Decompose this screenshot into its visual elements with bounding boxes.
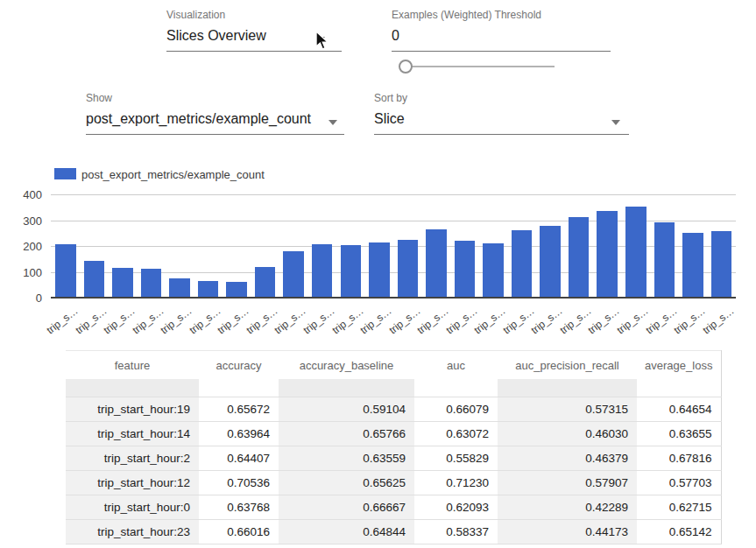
table-cell: 0.59104 [279,397,414,422]
threshold-input[interactable]: 0 [392,28,399,43]
table-cell: 0.65672 [199,397,279,422]
slider-handle[interactable] [399,60,413,74]
visualization-label: Visualization [166,9,342,21]
filter-cell [637,379,721,397]
bar[interactable] [84,261,105,298]
bar[interactable] [55,244,76,298]
filter-cell [66,379,199,397]
bar[interactable] [341,245,362,298]
table-cell: trip_start_hour:12 [66,471,199,495]
bar[interactable] [312,244,333,298]
table-row: trip_start_hour:00.637680.666670.620930.… [66,495,721,520]
show-label: Show [86,92,344,104]
table-cell: 0.44173 [498,520,637,544]
bar[interactable] [540,226,561,298]
bar[interactable] [369,242,390,298]
table-cell: 0.67816 [637,446,721,471]
table-row: trip_start_hour:140.639640.657660.630720… [66,422,721,446]
bar[interactable] [255,267,276,298]
table-cell: 0.65625 [279,471,414,495]
legend-label: post_export_metrics/example_count [81,168,265,181]
y-tick-label: 0 [9,292,42,305]
bar[interactable] [512,230,533,298]
mouse-cursor-icon [314,31,329,50]
table-cell: 0.66016 [199,520,279,544]
table-cell: trip_start_hour:19 [66,397,199,422]
filter-cell [414,379,498,397]
show-value: post_export_metrics/example_count [86,111,311,126]
bar[interactable] [198,281,219,298]
show-dropdown[interactable]: Show post_export_metrics/example_count [86,92,344,135]
table-row: trip_start_hour:120.705360.656250.712300… [66,471,721,495]
x-axis-line [51,297,736,299]
column-header[interactable]: feature [66,351,199,380]
table-cell: 0.42289 [498,495,637,520]
bar[interactable] [682,233,703,298]
table-header-row: featureaccuracyaccuracy_baselineaucauc_p… [66,351,721,380]
metrics-table: featureaccuracyaccuracy_baselineaucauc_p… [66,350,722,544]
filter-cell [498,379,637,397]
table-row: trip_start_hour:230.660160.648440.583370… [66,520,721,544]
bar[interactable] [141,269,162,298]
table-cell: 0.63072 [414,422,498,446]
bar[interactable] [625,207,646,298]
table-cell: 0.63655 [637,422,721,446]
sort-by-dropdown[interactable]: Sort by Slice [374,92,629,135]
y-tick-label: 400 [9,188,42,201]
sort-by-label: Sort by [374,92,629,104]
bar[interactable] [455,241,476,298]
threshold-field[interactable]: Examples (Weighted) Threshold 0 [392,9,611,52]
table-cell: 0.62093 [414,495,498,520]
visualization-value: Slices Overview [166,28,266,43]
column-header[interactable]: auc_precision_recall [498,351,637,380]
table-cell: 0.65142 [637,520,721,544]
filter-cell [199,379,279,397]
gridline [51,194,736,195]
column-header[interactable]: auc [414,351,498,380]
table-cell: 0.64844 [279,520,414,544]
bar[interactable] [226,282,247,298]
table-cell: trip_start_hour:2 [66,446,199,471]
table-cell: 0.63964 [199,422,279,446]
table-row: trip_start_hour:190.656720.591040.660790… [66,397,721,422]
bar[interactable] [483,243,504,298]
table-cell: 0.62715 [637,495,721,520]
bar[interactable] [569,217,590,298]
legend-swatch [54,168,76,179]
table-cell: 0.46030 [498,422,637,446]
threshold-slider[interactable] [399,60,555,74]
table-cell: 0.57907 [498,471,637,495]
y-tick-label: 100 [9,266,42,279]
table-cell: 0.55829 [414,446,498,471]
table-cell: 0.64407 [199,446,279,471]
table-row: trip_start_hour:20.644070.635590.558290.… [66,446,721,471]
table-cell: 0.66079 [414,397,498,422]
y-tick-label: 200 [9,240,42,253]
bar[interactable] [112,268,133,298]
bar[interactable] [283,251,304,298]
table-cell: 0.65766 [279,422,414,446]
table-cell: trip_start_hour:0 [66,495,199,520]
table-cell: 0.63559 [279,446,414,471]
table-cell: 0.46379 [498,446,637,471]
threshold-label: Examples (Weighted) Threshold [392,9,611,21]
table-cell: 0.70536 [199,471,279,495]
chevron-down-icon[interactable] [329,120,337,125]
column-header[interactable]: average_loss [637,351,721,380]
sort-by-value: Slice [374,111,405,126]
chevron-down-icon[interactable] [611,120,620,125]
filter-cell [279,379,414,397]
column-header[interactable]: accuracy_baseline [279,351,414,380]
bar[interactable] [426,229,447,298]
bar[interactable] [169,278,190,298]
table-cell: 0.63768 [199,495,279,520]
table-cell: 0.57703 [637,471,721,495]
table-cell: trip_start_hour:23 [66,520,199,544]
bar[interactable] [398,240,419,298]
slider-track[interactable] [406,66,555,67]
bar[interactable] [654,222,675,298]
table-cell: 0.71230 [414,471,498,495]
column-header[interactable]: accuracy [199,351,279,380]
bar[interactable] [711,231,732,298]
bar[interactable] [597,211,618,298]
